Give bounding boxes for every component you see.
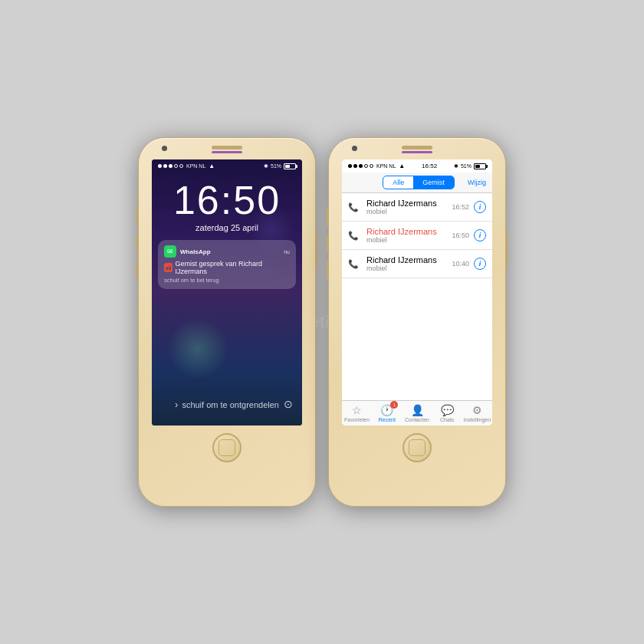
top-bar: [139, 138, 315, 150]
call-info-1: Richard IJzermans mobiel: [366, 199, 452, 215]
notif-header: ✉ WhatsApp nu: [164, 245, 290, 258]
top-indicator-2: [402, 151, 432, 153]
call-list: 📞 Richard IJzermans mobiel 16:52 i 📞 Ric…: [342, 193, 492, 400]
signal-dot-c4: [364, 164, 368, 168]
call-item-1: 📞 Richard IJzermans mobiel 16:52 i: [342, 193, 492, 222]
signal-dot-1: [158, 164, 162, 168]
segment-gemist[interactable]: Gemist: [413, 176, 454, 189]
call-type-1: mobiel: [366, 208, 452, 215]
volume-down-button-2[interactable]: [327, 234, 329, 253]
bg-glow-1: [167, 318, 228, 380]
call-name-3: Richard IJzermans: [366, 255, 452, 264]
call-type-3: mobiel: [366, 264, 452, 272]
instellingen-icon: ⚙: [472, 404, 482, 416]
tab-contacten[interactable]: 👤 Contacten: [402, 404, 432, 422]
notif-text: Gemist gesprek van Richard IJzermans: [175, 260, 290, 275]
notif-sub: schuif om te bel terug: [164, 277, 290, 284]
volume-up-button[interactable]: [136, 207, 139, 226]
notification-card[interactable]: ✉ WhatsApp nu 📵 Gemist gesprek van Richa…: [158, 240, 296, 289]
segment-control: Alle Gemist: [383, 176, 455, 189]
home-button[interactable]: [212, 433, 242, 462]
status-bar: KPN NL ▲ ✱ 51%: [152, 159, 302, 172]
status-right: ✱ 51%: [264, 163, 296, 169]
top-indicator: [212, 151, 242, 153]
signal-indicators: KPN NL ▲: [158, 163, 215, 169]
contacten-label: Contacten: [405, 417, 429, 422]
whatsapp-icon: ✉: [164, 245, 176, 258]
bluetooth-icon: ✱: [264, 163, 268, 169]
notif-message: 📵 Gemist gesprek van Richard IJzermans: [164, 260, 290, 275]
camera-icon[interactable]: ⊙: [284, 398, 293, 410]
tab-chats[interactable]: 💬 Chats: [432, 404, 462, 422]
volume-down-button[interactable]: [136, 234, 139, 253]
call-time-2: 16:50: [452, 232, 469, 239]
call-name-2: Richard IJzermans: [366, 227, 452, 236]
speaker: [212, 146, 242, 150]
missed-call-indicator: 📵: [164, 263, 172, 272]
slide-unlock[interactable]: › schuif om te ontgrendelen: [152, 399, 302, 410]
signal-dot-3: [169, 164, 172, 168]
chats-icon: 💬: [441, 404, 454, 416]
info-btn-3[interactable]: i: [474, 258, 486, 270]
signal-dot-2: [163, 164, 167, 168]
silent-switch[interactable]: [136, 261, 139, 280]
call-info-2: Richard IJzermans mobiel: [366, 227, 452, 244]
power-button-2[interactable]: [505, 230, 508, 268]
recent-icon: 🕐 1: [380, 404, 393, 416]
wijzig-button[interactable]: Wijzig: [468, 179, 486, 186]
wifi-icon-2: ▲: [399, 163, 405, 169]
battery-icon: [284, 163, 296, 169]
call-info-3: Richard IJzermans mobiel: [366, 255, 452, 272]
home-button-inner: [219, 439, 235, 456]
home-button-2[interactable]: [402, 433, 432, 462]
battery-percent-2: 51%: [461, 163, 472, 169]
top-bar-2: [329, 138, 505, 150]
signal-dot-c3: [359, 164, 363, 168]
info-btn-2[interactable]: i: [474, 229, 486, 242]
phone-2: KPN NL ▲ 16:52 ✱ 51%: [329, 138, 505, 506]
silent-switch-2[interactable]: [327, 261, 329, 280]
tab-instellingen[interactable]: ⚙ Instellingen: [462, 404, 492, 422]
front-camera-2: [352, 146, 357, 151]
call-icon-3: 📞: [348, 259, 360, 269]
recent-label: Recent: [379, 417, 396, 422]
battery-fill: [285, 165, 290, 168]
call-time-1: 16:52: [452, 203, 469, 211]
signal-indicators-2: KPN NL ▲: [348, 163, 405, 169]
call-icon-1: 📞: [348, 202, 360, 212]
tab-recent[interactable]: 🕐 1 Recent: [372, 404, 402, 422]
page-wrapper: appletips.nl K: [0, 0, 644, 644]
signal-dot-4: [174, 164, 178, 168]
contacten-icon: 👤: [411, 404, 424, 416]
calls-header: Alle Gemist Wijzig: [342, 172, 492, 193]
favorieten-label: Favorieten: [344, 417, 370, 422]
battery-tip-2: [486, 165, 488, 168]
battery-percent: 51%: [271, 163, 281, 169]
clock-2: 16:52: [422, 163, 437, 169]
tab-favorieten[interactable]: ☆ Favorieten: [342, 404, 372, 422]
calls-screen: KPN NL ▲ 16:52 ✱ 51%: [342, 159, 492, 426]
info-btn-1[interactable]: i: [474, 201, 486, 213]
signal-dot-c2: [353, 164, 357, 168]
favoriten-icon: ☆: [352, 404, 362, 416]
slide-text: schuif om te ontgrendelen: [182, 400, 279, 409]
power-button[interactable]: [315, 230, 317, 268]
call-time-3: 10:40: [452, 260, 469, 268]
status-bar-calls: KPN NL ▲ 16:52 ✱ 51%: [342, 159, 492, 172]
signal-dot-c1: [348, 164, 352, 168]
segment-alle[interactable]: Alle: [383, 176, 413, 189]
carrier-label-2: KPN NL: [376, 163, 396, 169]
tab-bar: ☆ Favorieten 🕐 1 Recent 👤 Contacten: [342, 400, 492, 426]
wifi-icon: ▲: [209, 163, 215, 169]
front-camera: [162, 146, 167, 151]
notif-app-name: WhatsApp: [180, 248, 211, 255]
signal-dot-c5: [370, 164, 373, 168]
call-item-3: 📞 Richard IJzermans mobiel 10:40 i: [342, 250, 492, 278]
instellingen-label: Instellingen: [464, 417, 491, 422]
home-button-inner-2: [409, 439, 426, 456]
volume-up-button-2[interactable]: [327, 207, 329, 226]
battery-fill-2: [475, 165, 480, 168]
battery-icon-2: [474, 163, 486, 169]
status-right-2: ✱ 51%: [454, 163, 486, 169]
carrier-label: KPN NL: [186, 163, 205, 169]
